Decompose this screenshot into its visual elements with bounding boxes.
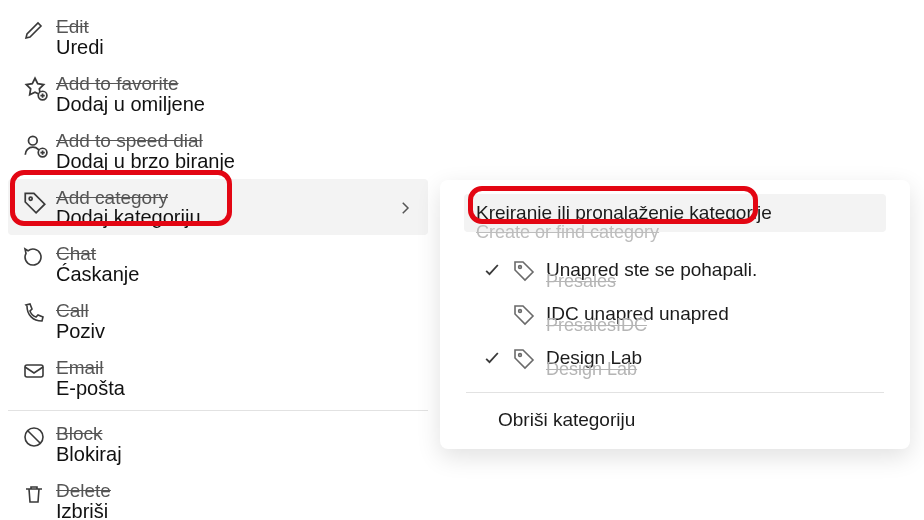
menu-item-label: Call Poziv [56, 300, 414, 343]
menu-item-chat[interactable]: Chat Ćaskanje [8, 235, 428, 292]
menu-item-favorite[interactable]: Add to favorite Dodaj u omiljene [8, 65, 428, 122]
menu-item-block[interactable]: Block Blokiraj [8, 415, 428, 472]
block-icon [22, 423, 56, 449]
menu-item-label: Delete Izbriši [56, 480, 414, 520]
menu-item-label: Add to speed dial Dodaj u brzo biranje [56, 130, 414, 173]
menu-item-label: Edit Uredi [56, 16, 414, 59]
category-label: IDC unapred unapred PresalesIDC [546, 304, 729, 325]
category-option[interactable]: IDC unapred unapred PresalesIDC [450, 294, 900, 338]
category-flyout: Kreiranje ili pronalaženje kategorije Cr… [440, 180, 910, 449]
chevron-right-icon [396, 199, 414, 217]
phone-icon [22, 300, 56, 326]
menu-item-label: Chat Ćaskanje [56, 243, 414, 286]
search-ghost: Create or find category [476, 222, 659, 243]
tag-icon [512, 346, 546, 370]
trash-icon [22, 480, 56, 506]
menu-item-label: Add category Dodaj kategoriju [56, 187, 396, 230]
category-option[interactable]: Design Lab Design Lab [450, 338, 900, 382]
category-label: Unapred ste se pohapali. Presales [546, 260, 757, 281]
tag-icon [512, 302, 546, 326]
tag-icon [512, 258, 546, 282]
menu-item-label: Email E-pošta [56, 357, 414, 400]
menu-item-call[interactable]: Call Poziv [8, 292, 428, 349]
svg-point-6 [519, 266, 522, 269]
svg-rect-4 [25, 365, 43, 377]
category-search-input[interactable]: Kreiranje ili pronalaženje kategorije Cr… [464, 194, 886, 232]
check-icon [482, 348, 512, 368]
svg-point-3 [29, 197, 32, 200]
svg-point-8 [519, 354, 522, 357]
check-icon [482, 260, 512, 280]
menu-item-edit[interactable]: Edit Uredi [8, 8, 428, 65]
edit-icon [22, 16, 56, 42]
panel-separator [466, 392, 884, 393]
chat-icon [22, 243, 56, 269]
mail-icon [22, 357, 56, 383]
svg-point-7 [519, 310, 522, 313]
star-add-icon [22, 73, 56, 101]
menu-separator [8, 410, 428, 411]
search-text: Kreiranje ili pronalaženje kategorije [476, 202, 874, 224]
person-add-icon [22, 130, 56, 158]
category-label: Design Lab Design Lab [546, 348, 642, 369]
svg-point-1 [29, 136, 38, 145]
tag-icon [22, 187, 56, 215]
menu-item-speeddial[interactable]: Add to speed dial Dodaj u brzo biranje [8, 122, 428, 179]
category-option[interactable]: Unapred ste se pohapali. Presales [450, 250, 900, 294]
clear-category-label: Obriši kategoriju [498, 409, 635, 430]
menu-item-email[interactable]: Email E-pošta [8, 349, 428, 406]
menu-item-label: Block Blokiraj [56, 423, 414, 466]
menu-item-delete[interactable]: Delete Izbriši [8, 472, 428, 520]
menu-item-label: Add to favorite Dodaj u omiljene [56, 73, 414, 116]
context-menu: Edit Uredi Add to favorite Dodaj u omilj… [8, 8, 428, 520]
menu-item-add-category[interactable]: Add category Dodaj kategoriju [8, 179, 428, 236]
clear-category-button[interactable]: Obriši kategoriju [450, 403, 900, 435]
